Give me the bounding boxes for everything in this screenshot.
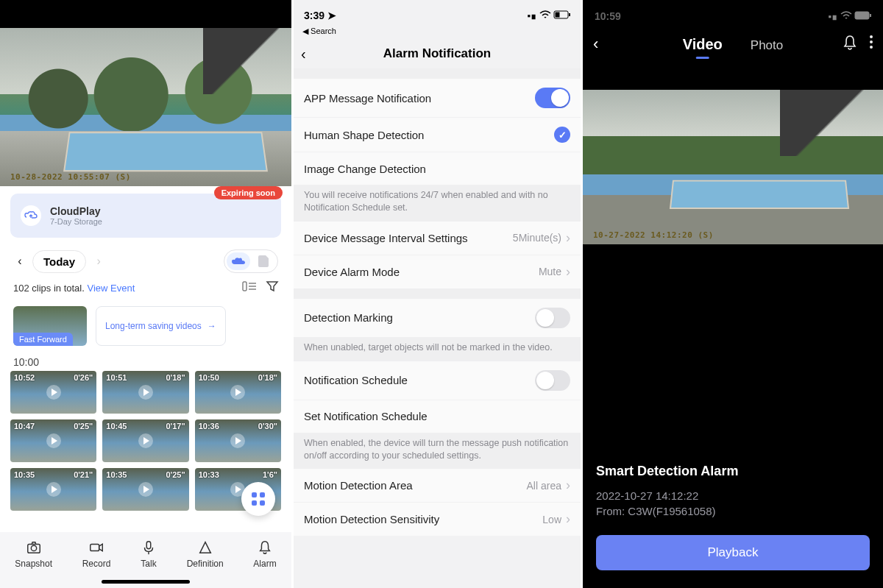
motion-detection-sensitivity-row[interactable]: Motion Detection Sensitivity Low› — [294, 503, 581, 536]
view-event-link[interactable]: View Event — [87, 283, 135, 294]
date-prev-button[interactable]: ‹ — [13, 255, 26, 268]
battery-icon — [554, 10, 570, 21]
clip-thumbnail[interactable]: 10:350'21" — [10, 468, 96, 511]
alarm-video-thumbnail[interactable]: 10-27-2022 14:12:20 (S) — [583, 90, 883, 244]
sd-storage-tab[interactable] — [252, 252, 275, 270]
talk-button[interactable]: Talk — [141, 539, 157, 569]
status-bar: 3:39 ➤ ▪∎ — [294, 0, 581, 26]
signal-icon: ▪∎ — [527, 10, 536, 21]
grid-view-fab[interactable] — [241, 482, 275, 516]
location-icon: ➤ — [327, 10, 336, 21]
cloud-storage-tab[interactable] — [227, 252, 250, 270]
bell-icon[interactable] — [843, 35, 857, 54]
check-icon: ✓ — [554, 127, 570, 143]
svg-rect-4 — [252, 492, 257, 497]
alarm-button[interactable]: Alarm — [253, 539, 276, 569]
detection-marking-row[interactable]: Detection Marking — [294, 299, 581, 337]
clip-duration: 0'18" — [258, 373, 277, 382]
date-next-button[interactable]: › — [92, 255, 105, 268]
filter-icon[interactable] — [266, 280, 278, 296]
list-layout-icon[interactable] — [243, 280, 256, 296]
signal-icon: ▪∎ — [828, 11, 837, 22]
svg-point-17 — [870, 35, 873, 38]
page-title: Alarm Notification — [383, 46, 491, 61]
clip-time: 10:50 — [199, 373, 219, 382]
motion-detection-area-row[interactable]: Motion Detection Area All area› — [294, 469, 581, 503]
fast-forward-label: Fast Forward — [13, 333, 73, 346]
storage-toggle[interactable] — [224, 249, 278, 273]
device-alarm-mode-row[interactable]: Device Alarm Mode Mute› — [294, 255, 581, 288]
detection-marking-description: When unabled, target objects will not be… — [294, 337, 581, 361]
long-term-saving-card[interactable]: Long-term saving videos → — [96, 306, 226, 346]
detection-marking-toggle[interactable] — [535, 308, 570, 328]
clip-duration: 0'18" — [166, 373, 185, 382]
phone-alarm-settings: 3:39 ➤ ▪∎ ◀ Search ‹ Alarm Notification … — [291, 0, 583, 588]
notification-schedule-row[interactable]: Notification Schedule — [294, 361, 581, 400]
set-notification-schedule-row[interactable]: Set Notification Schedule — [294, 400, 581, 433]
clip-thumbnail[interactable]: 10:350'25" — [102, 468, 188, 511]
long-term-label: Long-term saving videos — [105, 321, 202, 331]
clip-thumbnail[interactable]: 10:500'18" — [195, 371, 281, 414]
chevron-right-icon: › — [566, 264, 570, 280]
definition-button[interactable]: Definition — [187, 539, 224, 569]
clip-thumbnail[interactable]: 10:470'25" — [10, 419, 96, 462]
expiring-badge: Expiring soon — [214, 186, 283, 199]
more-icon[interactable] — [870, 35, 873, 54]
app-message-toggle[interactable] — [535, 88, 570, 108]
clip-time: 10:33 — [199, 470, 219, 479]
svg-rect-16 — [870, 14, 871, 17]
playback-button[interactable]: Playback — [596, 535, 870, 570]
clip-time: 10:36 — [199, 422, 219, 431]
definition-icon — [197, 539, 213, 556]
bell-icon — [257, 539, 273, 556]
cloudplay-card[interactable]: CloudPlay 7-Day Storage Expiring soon — [10, 194, 281, 238]
svg-rect-15 — [855, 12, 869, 19]
notification-schedule-toggle[interactable] — [535, 370, 570, 391]
clip-time: 10:51 — [106, 373, 127, 382]
app-message-notification-row[interactable]: APP Message Notification — [294, 79, 581, 118]
date-label[interactable]: Today — [32, 250, 86, 273]
svg-rect-14 — [569, 13, 570, 16]
clip-time: 10:35 — [14, 470, 35, 479]
record-button[interactable]: Record — [82, 539, 111, 569]
tab-photo[interactable]: Photo — [751, 38, 783, 53]
chevron-right-icon: › — [566, 511, 570, 527]
arrow-right-icon: → — [208, 321, 216, 331]
image-change-description: You will receive notifications 24/7 when… — [294, 185, 581, 222]
clip-thumbnail[interactable]: 10:510'18" — [102, 371, 188, 414]
back-button[interactable]: ‹ — [301, 46, 306, 63]
clip-duration: 1'6" — [263, 470, 277, 479]
fast-forward-card[interactable]: Fast Forward — [13, 306, 87, 346]
clip-thumbnail[interactable]: 10:450'17" — [102, 419, 188, 462]
video-icon — [88, 539, 104, 556]
play-icon — [230, 385, 245, 400]
alarm-datetime: 2022-10-27 14:12:22 — [596, 489, 870, 502]
svg-rect-5 — [260, 492, 265, 497]
back-button[interactable]: ‹ — [593, 35, 598, 54]
svg-point-9 — [31, 545, 36, 550]
camera-icon — [26, 539, 42, 556]
live-video-view[interactable]: 10-28-2022 10:55:07 (S) — [0, 28, 291, 186]
human-shape-detection-row[interactable]: Human Shape Detection ✓ — [294, 118, 581, 152]
play-icon — [138, 433, 153, 448]
mic-icon — [141, 539, 157, 556]
snapshot-button[interactable]: Snapshot — [15, 539, 52, 569]
image-change-detection-row[interactable]: Image Change Detection — [294, 152, 581, 185]
cloudplay-subtitle: 7-Day Storage — [50, 217, 102, 226]
interval-settings-row[interactable]: Device Message Interval Settings 5Minute… — [294, 222, 581, 255]
clip-thumbnail[interactable]: 10:520'26" — [10, 371, 96, 414]
tab-video[interactable]: Video — [683, 36, 723, 53]
clip-time: 10:35 — [106, 470, 127, 479]
battery-icon — [855, 11, 871, 22]
back-to-search[interactable]: ◀ Search — [294, 26, 581, 39]
play-icon — [230, 433, 245, 448]
clip-group-header: 10:00 — [0, 349, 291, 371]
play-icon — [46, 385, 61, 400]
svg-rect-0 — [243, 282, 247, 291]
clip-duration: 0'25" — [74, 422, 93, 431]
video-timestamp: 10-27-2022 14:12:20 (S) — [593, 230, 714, 240]
phone-alarm-playback: 10:59 ▪∎ ‹ Video Photo 10-27-2022 14:12:… — [583, 0, 883, 588]
clip-thumbnail[interactable]: 10:360'30" — [195, 419, 281, 462]
chevron-right-icon: › — [566, 230, 570, 246]
clip-duration: 0'26" — [74, 373, 93, 382]
